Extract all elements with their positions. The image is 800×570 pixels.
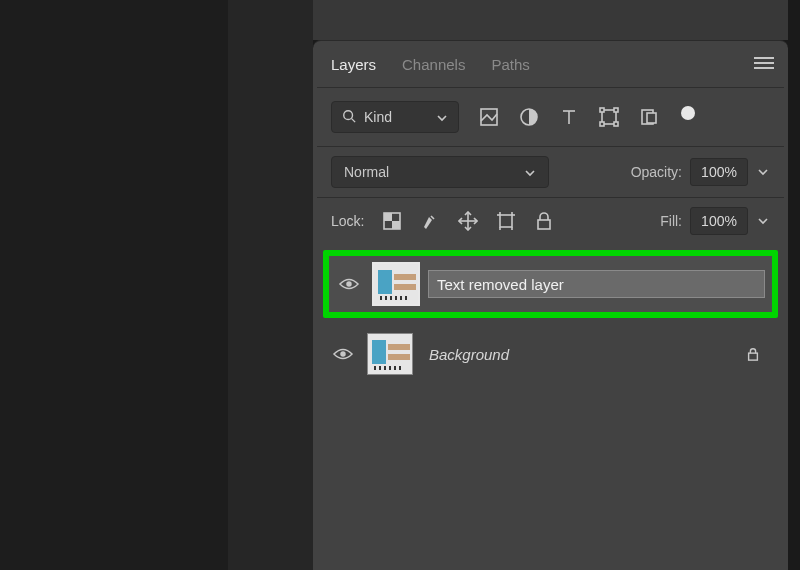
- lock-artboard-icon[interactable]: [496, 211, 516, 231]
- chevron-down-icon[interactable]: [756, 166, 770, 178]
- svg-rect-19: [500, 215, 512, 227]
- svg-point-27: [346, 281, 351, 286]
- svg-rect-12: [647, 113, 656, 123]
- workspace-gutter: [228, 0, 313, 570]
- fill-field[interactable]: 100%: [690, 207, 748, 235]
- opacity-label: Opacity:: [631, 164, 682, 180]
- lock-position-icon[interactable]: [458, 211, 478, 231]
- filter-adjustment-icon[interactable]: [519, 107, 539, 127]
- filter-smartobject-icon[interactable]: [639, 107, 659, 127]
- layer-thumbnail[interactable]: [373, 263, 419, 305]
- filter-type-text-icon[interactable]: [559, 107, 579, 127]
- tab-channels[interactable]: Channels: [402, 54, 465, 75]
- panel-topbar: [313, 0, 788, 40]
- panel-menu-icon[interactable]: [754, 55, 774, 69]
- svg-rect-9: [600, 122, 604, 126]
- visibility-eye-icon[interactable]: [329, 346, 357, 362]
- panel-tabs: Layers Channels Paths: [313, 41, 788, 87]
- filter-row: Kind: [313, 88, 788, 146]
- lock-label: Lock:: [331, 213, 364, 229]
- svg-line-16: [431, 216, 434, 219]
- tutorial-highlight: [323, 250, 778, 318]
- chevron-down-icon[interactable]: [756, 215, 770, 227]
- fill-group: Fill: 100%: [660, 207, 770, 235]
- filter-kind-label: Kind: [364, 109, 428, 125]
- opacity-group: Opacity: 100%: [631, 158, 770, 186]
- layer-row[interactable]: [329, 256, 772, 312]
- layers-panel: Layers Channels Paths Kind: [313, 40, 788, 570]
- opacity-field[interactable]: 100%: [690, 158, 748, 186]
- filter-pixel-icon[interactable]: [479, 107, 499, 127]
- svg-point-28: [340, 351, 345, 356]
- layer-row[interactable]: Background: [323, 326, 778, 382]
- tab-layers[interactable]: Layers: [331, 54, 376, 75]
- filter-toggle[interactable]: [681, 106, 695, 120]
- lock-transparency-icon[interactable]: [382, 211, 402, 231]
- search-icon: [342, 109, 356, 126]
- layer-name-label[interactable]: Background: [423, 346, 734, 363]
- lock-icon: [744, 345, 762, 363]
- lock-icons: [382, 211, 554, 231]
- lock-all-icon[interactable]: [534, 211, 554, 231]
- visibility-eye-icon[interactable]: [335, 276, 363, 292]
- svg-rect-29: [749, 353, 758, 360]
- chevron-down-icon: [436, 111, 448, 123]
- blend-row: Normal Opacity: 100%: [313, 147, 788, 197]
- filter-shape-icon[interactable]: [599, 107, 619, 127]
- lock-row: Lock: Fill: 100%: [313, 198, 788, 244]
- fill-label: Fill:: [660, 213, 682, 229]
- canvas-area: [0, 0, 228, 570]
- layer-thumbnail[interactable]: [367, 333, 413, 375]
- svg-rect-26: [538, 220, 550, 229]
- svg-rect-7: [600, 108, 604, 112]
- blend-mode-select[interactable]: Normal: [331, 156, 549, 188]
- tab-paths[interactable]: Paths: [491, 54, 529, 75]
- blend-mode-value: Normal: [344, 164, 389, 180]
- chevron-down-icon: [524, 166, 536, 178]
- svg-line-1: [352, 118, 356, 122]
- layers-list: Background: [313, 244, 788, 382]
- lock-pixels-icon[interactable]: [420, 211, 440, 231]
- svg-rect-15: [392, 221, 400, 229]
- svg-point-0: [344, 110, 353, 119]
- svg-rect-8: [614, 108, 618, 112]
- filter-kind-select[interactable]: Kind: [331, 101, 459, 133]
- svg-rect-10: [614, 122, 618, 126]
- svg-rect-14: [384, 213, 392, 221]
- layer-name-input[interactable]: [429, 271, 764, 297]
- filter-type-icons: [479, 107, 695, 127]
